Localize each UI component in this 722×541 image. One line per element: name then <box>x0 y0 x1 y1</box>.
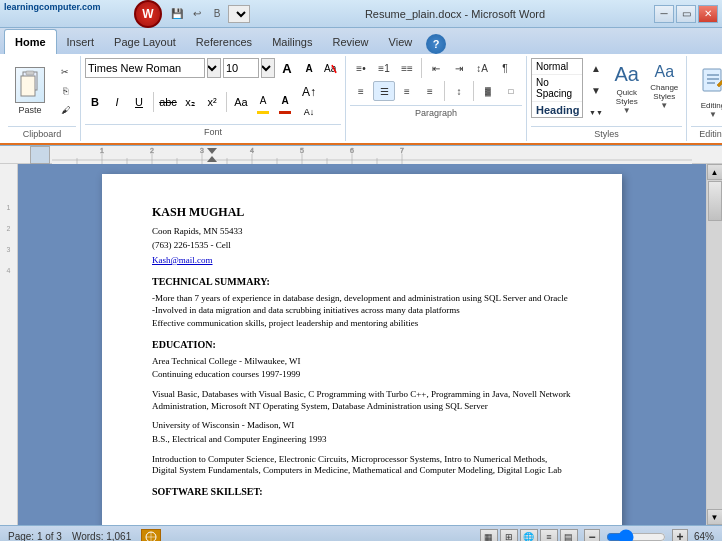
tab-mailings[interactable]: Mailings <box>262 30 322 54</box>
tab-review[interactable]: Review <box>322 30 378 54</box>
tab-insert[interactable]: Insert <box>57 30 105 54</box>
font-color-button[interactable]: A <box>275 90 295 110</box>
copy-button[interactable]: ⎘ <box>54 82 76 100</box>
scroll-down-button[interactable]: ▼ <box>707 509 723 525</box>
tab-references[interactable]: References <box>186 30 262 54</box>
doc-edu-item-0: Area Technical College - Milwaukee, WI <box>152 356 572 368</box>
style-normal[interactable]: Normal <box>532 59 582 75</box>
web-view-button[interactable]: 🌐 <box>520 529 538 542</box>
shading-button[interactable]: ▓ <box>477 81 499 101</box>
scroll-track[interactable] <box>707 180 722 509</box>
quick-access-dropdown[interactable] <box>228 5 250 23</box>
style-heading-1[interactable]: Heading 1 <box>532 102 582 118</box>
tab-page-layout[interactable]: Page Layout <box>104 30 186 54</box>
view-buttons: ▦ ⊞ 🌐 ≡ ▤ <box>480 529 578 542</box>
status-bar: Page: 1 of 3 Words: 1,061 ▦ ⊞ 🌐 ≡ ▤ − + … <box>0 525 722 541</box>
styles-scroll-up[interactable]: ▲ <box>585 58 607 78</box>
style-no-spacing[interactable]: No Spacing <box>532 75 582 102</box>
undo-b-button[interactable]: B <box>208 5 226 23</box>
tab-home[interactable]: Home <box>4 29 57 54</box>
multilevel-button[interactable]: ≡≡ <box>396 58 418 78</box>
grow-font-btn2[interactable]: A↑ <box>299 82 319 102</box>
subscript-button[interactable]: x₂ <box>180 92 200 112</box>
title-bar: learningcomputer.com W 💾 ↩ B Resume_plai… <box>0 0 722 28</box>
ribbon-content: Paste ✂ ⎘ 🖌 Clipboard A A <box>0 54 722 145</box>
quick-styles-button[interactable]: Aa Quick Styles ▼ <box>609 58 645 120</box>
word-count-status: Words: 1,061 <box>72 531 131 541</box>
align-right-button[interactable]: ≡ <box>396 81 418 101</box>
font-selector-row: A A Aa <box>85 58 341 78</box>
font-name-input[interactable] <box>85 58 205 78</box>
clear-format-button[interactable]: Aa <box>321 58 341 78</box>
highlight-color-btn-wrap: A <box>253 90 273 114</box>
bullets-button[interactable]: ≡• <box>350 58 372 78</box>
italic-button[interactable]: I <box>107 92 127 112</box>
separator-para-1 <box>421 58 422 78</box>
styles-scroll-down[interactable]: ▼ <box>585 80 607 100</box>
editing-button[interactable]: Editing ▼ <box>691 58 722 124</box>
doc-section-software: SOFTWARE SKILLSET: <box>152 485 572 499</box>
underline-button[interactable]: U <box>129 92 149 112</box>
close-button[interactable]: ✕ <box>698 5 718 23</box>
doc-edu-item-5: University of Wisconsin - Madison, WI <box>152 420 572 432</box>
clipboard-label: Clipboard <box>8 126 76 139</box>
font-color-stripe <box>279 111 291 114</box>
tab-view[interactable]: View <box>379 30 423 54</box>
language-indicator[interactable] <box>141 529 161 542</box>
change-case-button[interactable]: Aa <box>231 92 251 112</box>
shrink-font-button[interactable]: A <box>299 58 319 78</box>
justify-button[interactable]: ≡ <box>419 81 441 101</box>
shrink-font-btn2[interactable]: A↓ <box>299 102 319 122</box>
highlight-color-button[interactable]: A <box>253 90 273 110</box>
document-area[interactable]: KASH MUGHAL Coon Rapids, MN 55433 (763) … <box>18 164 706 525</box>
office-button[interactable]: W <box>134 0 162 28</box>
align-left-button[interactable]: ≡ <box>350 81 372 101</box>
format-painter-button[interactable]: 🖌 <box>54 101 76 119</box>
print-view-button[interactable]: ▦ <box>480 529 498 542</box>
line-spacing-button[interactable]: ↕ <box>448 81 470 101</box>
change-styles-button[interactable]: Aa Change Styles ▼ <box>647 58 683 115</box>
separator-para-3 <box>473 81 474 101</box>
minimize-button[interactable]: ─ <box>654 5 674 23</box>
show-formatting-button[interactable]: ¶ <box>494 58 516 78</box>
restore-button[interactable]: ▭ <box>676 5 696 23</box>
draft-view-button[interactable]: ▤ <box>560 529 578 542</box>
styles-more[interactable]: ▼▼ <box>585 102 607 122</box>
sort-button[interactable]: ↕A <box>471 58 493 78</box>
fullscreen-view-button[interactable]: ⊞ <box>500 529 518 542</box>
paste-icon <box>15 67 45 103</box>
font-group: A A Aa B I U abc x₂ x² Aa <box>81 56 346 141</box>
svg-rect-9 <box>52 146 692 164</box>
numbering-button[interactable]: ≡1 <box>373 58 395 78</box>
change-styles-label: Change Styles <box>650 83 680 101</box>
font-size-dropdown[interactable] <box>261 58 275 78</box>
svg-rect-2 <box>26 71 34 75</box>
zoom-out-button[interactable]: − <box>584 529 600 542</box>
undo-qa-button[interactable]: ↩ <box>188 5 206 23</box>
status-right-area: ▦ ⊞ 🌐 ≡ ▤ − + 64% <box>480 529 714 542</box>
change-styles-dropdown: ▼ <box>660 101 668 110</box>
decrease-indent-button[interactable]: ⇤ <box>425 58 447 78</box>
center-button[interactable]: ☰ <box>373 81 395 101</box>
ruler-corner[interactable] <box>30 146 50 164</box>
superscript-button[interactable]: x² <box>202 92 222 112</box>
bold-button[interactable]: B <box>85 92 105 112</box>
scroll-up-button[interactable]: ▲ <box>707 164 723 180</box>
outline-view-button[interactable]: ≡ <box>540 529 558 542</box>
help-button[interactable]: ? <box>426 34 446 54</box>
borders-button[interactable]: □ <box>500 81 522 101</box>
editing-group: Editing ▼ Editing <box>687 56 722 141</box>
increase-indent-button[interactable]: ⇥ <box>448 58 470 78</box>
paste-button[interactable]: Paste <box>8 63 52 119</box>
zoom-in-button[interactable]: + <box>672 529 688 542</box>
styles-gallery[interactable]: Normal No Spacing Heading 1 Heading 2 <box>531 58 583 118</box>
scroll-thumb[interactable] <box>708 181 722 221</box>
cut-button[interactable]: ✂ <box>54 63 76 81</box>
zoom-slider[interactable] <box>606 531 666 542</box>
font-size-input[interactable] <box>223 58 259 78</box>
strikethrough-button[interactable]: abc <box>158 92 178 112</box>
domain-label: learningcomputer.com <box>4 2 101 12</box>
font-name-dropdown[interactable] <box>207 58 221 78</box>
save-qa-button[interactable]: 💾 <box>168 5 186 23</box>
grow-font-button[interactable]: A <box>277 58 297 78</box>
